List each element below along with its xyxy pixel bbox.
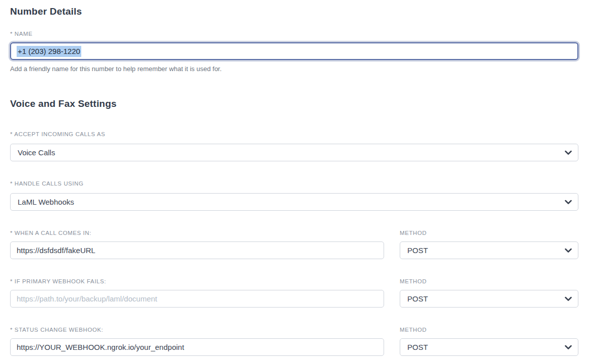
call-in-method-select[interactable]: POST xyxy=(400,241,578,259)
handle-calls-select[interactable]: LaML Webhooks xyxy=(10,193,578,211)
call-in-url-field-group: * WHEN A CALL COMES IN: xyxy=(10,229,384,259)
name-helper-text: Add a friendly name for this number to h… xyxy=(10,65,578,73)
call-in-method-label: METHOD xyxy=(400,229,578,236)
status-method-field-group: METHOD POST xyxy=(400,326,578,356)
fallback-url-input[interactable] xyxy=(10,290,384,308)
name-field-group: * NAME +1 (203) 298-1220 Add a friendly … xyxy=(10,30,578,73)
call-in-row: * WHEN A CALL COMES IN: METHOD POST xyxy=(10,229,578,259)
status-webhook-label: * STATUS CHANGE WEBHOOK: xyxy=(10,326,384,333)
fallback-method-label: METHOD xyxy=(400,278,578,285)
handle-calls-label: * HANDLE CALLS USING xyxy=(10,180,578,187)
status-method-label: METHOD xyxy=(400,326,578,333)
accept-calls-select[interactable]: Voice Calls xyxy=(10,144,578,161)
status-method-select-wrap: POST xyxy=(400,338,578,356)
call-in-method-select-wrap: POST xyxy=(400,241,578,259)
accept-calls-select-wrap: Voice Calls xyxy=(10,144,578,161)
status-method-select[interactable]: POST xyxy=(400,338,578,356)
fallback-method-select-wrap: POST xyxy=(400,290,578,308)
fallback-label: * IF PRIMARY WEBHOOK FAILS: xyxy=(10,278,384,285)
status-webhook-url-input[interactable] xyxy=(10,338,384,356)
fallback-row: * IF PRIMARY WEBHOOK FAILS: METHOD POST xyxy=(10,278,578,308)
call-in-method-field-group: METHOD POST xyxy=(400,229,578,259)
status-webhook-row: * STATUS CHANGE WEBHOOK: METHOD POST xyxy=(10,326,578,356)
number-settings-page: Number Details * NAME +1 (203) 298-1220 … xyxy=(0,0,590,364)
accept-calls-label: * ACCEPT INCOMING CALLS AS xyxy=(10,131,578,138)
call-in-url-input[interactable] xyxy=(10,241,384,259)
fallback-method-select[interactable]: POST xyxy=(400,290,578,308)
section-title-voice-fax: Voice and Fax Settings xyxy=(10,98,578,109)
handle-calls-field-group: * HANDLE CALLS USING LaML Webhooks xyxy=(10,180,578,211)
name-label: * NAME xyxy=(10,30,578,37)
name-input-selected-text: +1 (203) 298-1220 xyxy=(17,46,81,57)
status-url-field-group: * STATUS CHANGE WEBHOOK: xyxy=(10,326,384,356)
call-in-label: * WHEN A CALL COMES IN: xyxy=(10,229,384,236)
fallback-url-field-group: * IF PRIMARY WEBHOOK FAILS: xyxy=(10,278,384,308)
name-input[interactable]: +1 (203) 298-1220 xyxy=(10,42,578,60)
accept-calls-field-group: * ACCEPT INCOMING CALLS AS Voice Calls xyxy=(10,131,578,161)
handle-calls-select-wrap: LaML Webhooks xyxy=(10,193,578,211)
fallback-method-field-group: METHOD POST xyxy=(400,278,578,308)
section-title-number-details: Number Details xyxy=(10,6,578,17)
